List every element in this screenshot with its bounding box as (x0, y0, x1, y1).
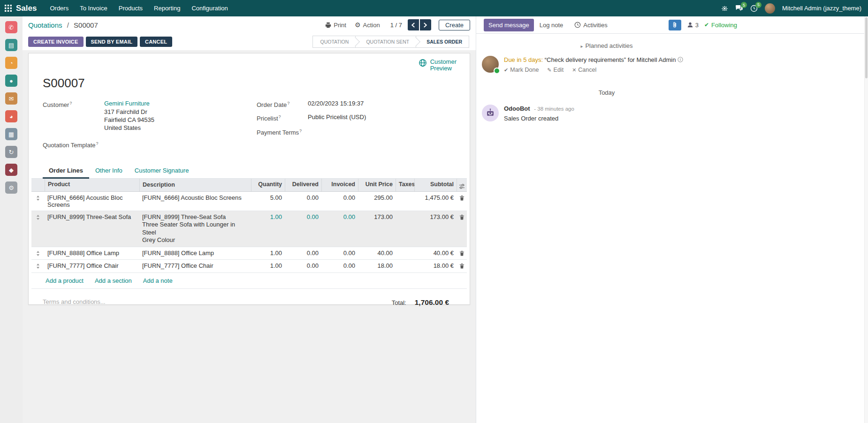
cell-delivered[interactable]: 0.00 (285, 247, 321, 260)
drag-handle-icon[interactable] (31, 247, 45, 260)
delete-row-icon[interactable] (457, 192, 467, 211)
table-row[interactable]: [FURN_7777] Office Chair [FURN_7777] Off… (31, 260, 467, 273)
tab-order-lines[interactable]: Order Lines (43, 163, 89, 179)
customer-preview-button[interactable]: CustomerPreview (419, 59, 457, 72)
cell-quantity[interactable]: 1.00 (251, 260, 285, 272)
debug-bug-icon[interactable] (721, 5, 728, 12)
delete-row-icon[interactable] (457, 247, 467, 260)
pager-next-button[interactable] (420, 19, 431, 30)
menu-configuration[interactable]: Configuration (186, 0, 233, 16)
table-row[interactable]: [FURN_8888] Office Lamp [FURN_8888] Offi… (31, 247, 467, 260)
cell-unit-price[interactable]: 40.00 (358, 247, 396, 260)
attachments-button[interactable] (669, 20, 681, 30)
sidebar-app-purchase-icon[interactable]: ◆ (5, 164, 17, 176)
cell-delivered[interactable]: 0.00 (285, 211, 321, 247)
mark-done-button[interactable]: ✔Mark Done (504, 67, 539, 73)
add-a-section-link[interactable]: Add a section (95, 277, 132, 284)
cell-product[interactable]: [FURN_8888] Office Lamp (45, 247, 139, 260)
breadcrumb-quotations-link[interactable]: Quotations (28, 21, 62, 29)
schedule-activity-button[interactable]: Activities (569, 19, 613, 31)
followers-button[interactable]: 3 (687, 22, 699, 29)
status-step-quotation-sent[interactable]: QUOTATION SENT (356, 36, 416, 48)
cell-delivered[interactable]: 0.00 (285, 260, 321, 272)
table-row[interactable]: [FURN_8999] Three-Seat Sofa [FURN_8999] … (31, 211, 467, 247)
cell-description[interactable]: [FURN_7777] Office Chair (139, 260, 251, 272)
drag-handle-icon[interactable] (31, 260, 45, 272)
cell-unit-price[interactable]: 18.00 (358, 260, 396, 272)
pager-previous-button[interactable] (408, 19, 419, 30)
odoobot-avatar[interactable] (482, 105, 499, 121)
apps-grid-icon[interactable] (5, 5, 12, 12)
cell-invoiced[interactable]: 0.00 (321, 192, 358, 211)
message-author[interactable]: OdooBot (504, 105, 530, 112)
create-invoice-button[interactable]: CREATE INVOICE (28, 37, 84, 47)
cell-invoiced[interactable]: 0.00 (321, 247, 358, 260)
activity-avatar[interactable] (482, 56, 499, 73)
cell-quantity[interactable]: 1.00 (251, 247, 285, 260)
activities-clock-icon[interactable]: 5 (750, 5, 758, 12)
following-button[interactable]: ✔ Following (704, 22, 737, 29)
cell-unit-price[interactable]: 295.00 (358, 192, 396, 211)
optional-columns-icon[interactable] (457, 179, 467, 191)
cell-invoiced[interactable]: 0.00 (321, 211, 358, 247)
cell-unit-price[interactable]: 173.00 (358, 211, 396, 247)
cell-taxes[interactable] (396, 247, 414, 260)
edit-activity-button[interactable]: ✎Edit (547, 67, 563, 73)
cell-product[interactable]: [FURN_6666] Acoustic Bloc Screens (45, 192, 139, 211)
info-icon[interactable] (678, 57, 683, 62)
pricelist-value[interactable]: Public Pricelist (USD) (308, 113, 366, 123)
order-date-value[interactable]: 02/20/2023 15:19:37 (308, 99, 364, 109)
sidebar-app-link-icon[interactable]: ↻ (5, 146, 17, 158)
drag-handle-icon[interactable] (31, 211, 45, 247)
scrollbar-thumb[interactable] (865, 17, 868, 78)
status-step-quotation[interactable]: QUOTATION (312, 36, 356, 48)
send-message-button[interactable]: Send message (484, 19, 534, 31)
sidebar-app-documents-icon[interactable]: ▤ (5, 39, 17, 51)
app-name[interactable]: Sales (16, 4, 37, 13)
log-note-button[interactable]: Log note (534, 19, 569, 31)
send-by-email-button[interactable]: SEND BY EMAIL (86, 37, 138, 47)
cell-taxes[interactable] (396, 260, 414, 272)
menu-reporting[interactable]: Reporting (148, 0, 186, 16)
cell-taxes[interactable] (396, 192, 414, 211)
col-header-unit-price[interactable]: Unit Price (358, 179, 396, 191)
menu-products[interactable]: Products (113, 0, 148, 16)
vertical-scrollbar[interactable] (864, 16, 868, 423)
cell-delivered[interactable]: 0.00 (285, 192, 321, 211)
cell-taxes[interactable] (396, 211, 414, 247)
table-row[interactable]: [FURN_6666] Acoustic Bloc Screens [FURN_… (31, 192, 467, 211)
add-a-note-link[interactable]: Add a note (143, 277, 173, 284)
sidebar-app-crm-icon[interactable]: ◔ (5, 57, 17, 69)
delete-row-icon[interactable] (457, 260, 467, 272)
cell-product[interactable]: [FURN_8999] Three-Seat Sofa (45, 211, 139, 247)
add-a-product-link[interactable]: Add a product (46, 277, 84, 284)
col-header-description[interactable]: Description (139, 179, 251, 191)
sidebar-app-accounting-icon[interactable]: ▦ (5, 128, 17, 140)
col-header-delivered[interactable]: Delivered (285, 179, 321, 191)
col-header-subtotal[interactable]: Subtotal (414, 179, 457, 191)
sidebar-app-invoicing-icon[interactable]: ✉ (5, 92, 17, 105)
cell-invoiced[interactable]: 0.00 (321, 260, 358, 272)
cancel-activity-button[interactable]: ✕Cancel (572, 67, 596, 73)
sidebar-app-pos-icon[interactable]: ◕ (5, 110, 17, 122)
col-header-quantity[interactable]: Quantity (251, 179, 285, 191)
delete-row-icon[interactable] (457, 211, 467, 247)
messages-icon[interactable]: 5 (735, 5, 743, 12)
create-button[interactable]: Create (439, 20, 470, 30)
planned-activities-header[interactable]: ▸Planned activities (476, 42, 737, 49)
cell-product[interactable]: [FURN_7777] Office Chair (45, 260, 139, 272)
user-menu[interactable]: Mitchell Admin (jazzy_theme) (782, 5, 861, 12)
status-step-sales-order[interactable]: SALES ORDER (416, 36, 469, 48)
cell-description[interactable]: [FURN_8999] Three-Seat Sofa Three Seater… (139, 211, 251, 247)
user-avatar[interactable] (765, 3, 775, 14)
cell-description[interactable]: [FURN_8888] Office Lamp (139, 247, 251, 260)
action-button[interactable]: ⚙ Action (355, 21, 380, 29)
cell-quantity[interactable]: 1.00 (251, 211, 285, 247)
menu-orders[interactable]: Orders (44, 0, 74, 16)
sidebar-app-settings-icon[interactable]: ⚙ (5, 181, 17, 194)
col-header-invoiced[interactable]: Invoiced (321, 179, 358, 191)
cell-description[interactable]: [FURN_6666] Acoustic Bloc Screens (139, 192, 251, 211)
menu-to-invoice[interactable]: To Invoice (74, 0, 113, 16)
cell-quantity[interactable]: 5.00 (251, 192, 285, 211)
col-header-taxes[interactable]: Taxes (396, 179, 414, 191)
